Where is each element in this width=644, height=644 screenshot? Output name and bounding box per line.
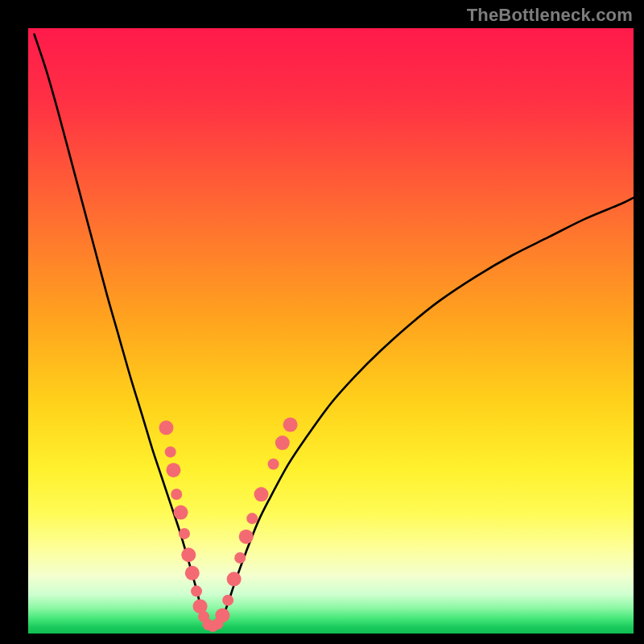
highlight-dot <box>268 458 279 469</box>
highlight-dot <box>283 418 298 432</box>
highlight-dot <box>166 463 180 477</box>
highlight-dot <box>179 528 190 539</box>
highlight-dot <box>254 487 269 502</box>
highlight-dot <box>174 506 188 520</box>
highlight-dot <box>275 436 290 450</box>
highlight-dot <box>222 595 233 606</box>
highlight-dot <box>165 446 176 457</box>
highlight-dot <box>171 489 182 500</box>
watermark-text: TheBottleneck.com <box>467 5 633 26</box>
chart-frame: TheBottleneck.com <box>0 0 644 644</box>
highlight-dots <box>159 418 297 632</box>
highlight-dot <box>191 585 202 597</box>
highlight-dot <box>215 608 229 622</box>
bottleneck-curve <box>35 35 634 628</box>
highlight-dot <box>159 420 173 435</box>
curve-layer <box>28 28 634 634</box>
highlight-dot <box>234 552 246 564</box>
highlight-dot <box>181 547 196 562</box>
highlight-dot <box>246 513 258 524</box>
highlight-dot <box>227 572 242 586</box>
plot-area <box>28 28 634 634</box>
highlight-dot <box>239 530 254 544</box>
highlight-dot <box>185 566 200 580</box>
